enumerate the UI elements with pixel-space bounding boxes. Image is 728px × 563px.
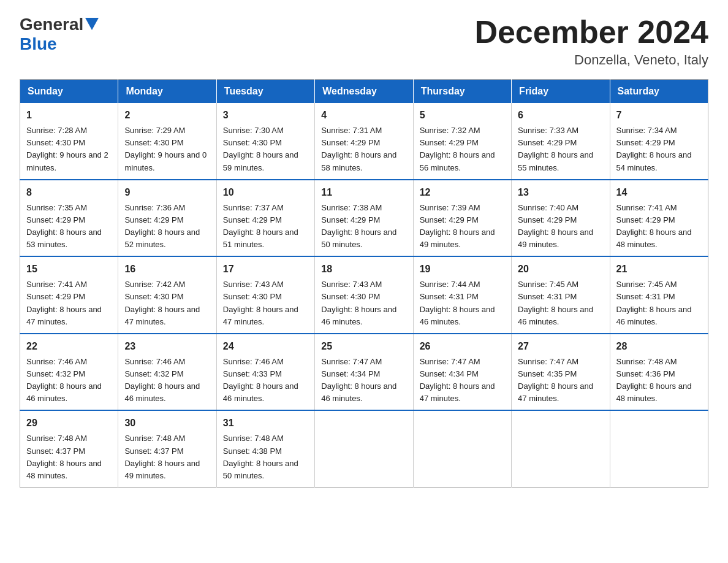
day-number: 16: [124, 262, 210, 277]
day-info: Sunrise: 7:37 AMSunset: 4:29 PMDaylight:…: [223, 203, 298, 249]
page-header: General Blue December 2024 Donzella, Ven…: [20, 15, 708, 68]
day-number: 4: [321, 108, 406, 123]
day-number: 6: [518, 108, 603, 123]
day-number: 7: [616, 108, 702, 123]
day-info: Sunrise: 7:44 AMSunset: 4:31 PMDaylight:…: [420, 280, 495, 326]
week-row-4: 22 Sunrise: 7:46 AMSunset: 4:32 PMDaylig…: [20, 334, 708, 411]
day-cell-1: 1 Sunrise: 7:28 AMSunset: 4:30 PMDayligh…: [20, 103, 118, 180]
logo-triangle-icon: [85, 18, 99, 30]
day-info: Sunrise: 7:46 AMSunset: 4:32 PMDaylight:…: [26, 357, 102, 403]
day-cell-17: 17 Sunrise: 7:43 AMSunset: 4:30 PMDaylig…: [216, 256, 314, 334]
day-info: Sunrise: 7:41 AMSunset: 4:29 PMDaylight:…: [26, 280, 102, 326]
day-cell-12: 12 Sunrise: 7:39 AMSunset: 4:29 PMDaylig…: [413, 180, 511, 257]
day-cell-10: 10 Sunrise: 7:37 AMSunset: 4:29 PMDaylig…: [216, 180, 314, 257]
svg-marker-0: [85, 18, 99, 30]
day-info: Sunrise: 7:35 AMSunset: 4:29 PMDaylight:…: [26, 203, 102, 249]
day-number: 24: [223, 339, 308, 354]
empty-cell: [315, 410, 413, 487]
day-info: Sunrise: 7:41 AMSunset: 4:29 PMDaylight:…: [616, 203, 692, 249]
day-info: Sunrise: 7:42 AMSunset: 4:30 PMDaylight:…: [124, 280, 200, 326]
week-row-1: 1 Sunrise: 7:28 AMSunset: 4:30 PMDayligh…: [20, 103, 708, 180]
day-cell-29: 29 Sunrise: 7:48 AMSunset: 4:37 PMDaylig…: [20, 410, 118, 487]
day-info: Sunrise: 7:48 AMSunset: 4:38 PMDaylight:…: [223, 434, 298, 480]
day-number: 23: [124, 339, 210, 354]
day-cell-25: 25 Sunrise: 7:47 AMSunset: 4:34 PMDaylig…: [315, 334, 413, 411]
day-cell-14: 14 Sunrise: 7:41 AMSunset: 4:29 PMDaylig…: [610, 180, 708, 257]
day-number: 25: [321, 339, 406, 354]
day-info: Sunrise: 7:29 AMSunset: 4:30 PMDaylight:…: [124, 126, 207, 172]
day-number: 11: [321, 185, 406, 200]
week-row-5: 29 Sunrise: 7:48 AMSunset: 4:37 PMDaylig…: [20, 410, 708, 487]
weekday-header-saturday: Saturday: [610, 80, 708, 104]
calendar-table: SundayMondayTuesdayWednesdayThursdayFrid…: [20, 79, 708, 488]
day-cell-3: 3 Sunrise: 7:30 AMSunset: 4:30 PMDayligh…: [216, 103, 314, 180]
empty-cell: [512, 410, 610, 487]
day-number: 15: [26, 262, 112, 277]
weekday-header-monday: Monday: [118, 80, 216, 104]
day-info: Sunrise: 7:43 AMSunset: 4:30 PMDaylight:…: [321, 280, 396, 326]
weekday-header-thursday: Thursday: [413, 80, 511, 104]
day-info: Sunrise: 7:40 AMSunset: 4:29 PMDaylight:…: [518, 203, 593, 249]
day-cell-4: 4 Sunrise: 7:31 AMSunset: 4:29 PMDayligh…: [315, 103, 413, 180]
day-number: 9: [124, 185, 210, 200]
day-cell-19: 19 Sunrise: 7:44 AMSunset: 4:31 PMDaylig…: [413, 256, 511, 334]
day-cell-7: 7 Sunrise: 7:34 AMSunset: 4:29 PMDayligh…: [610, 103, 708, 180]
logo-blue-text: Blue: [20, 34, 99, 54]
day-info: Sunrise: 7:34 AMSunset: 4:29 PMDaylight:…: [616, 126, 692, 172]
day-cell-5: 5 Sunrise: 7:32 AMSunset: 4:29 PMDayligh…: [413, 103, 511, 180]
day-number: 19: [420, 262, 505, 277]
location-title: Donzella, Veneto, Italy: [474, 52, 708, 68]
day-info: Sunrise: 7:45 AMSunset: 4:31 PMDaylight:…: [616, 280, 692, 326]
day-info: Sunrise: 7:48 AMSunset: 4:37 PMDaylight:…: [124, 434, 200, 480]
day-number: 18: [321, 262, 406, 277]
day-number: 30: [124, 416, 210, 431]
day-number: 2: [124, 108, 210, 123]
day-info: Sunrise: 7:47 AMSunset: 4:35 PMDaylight:…: [518, 357, 593, 403]
day-info: Sunrise: 7:45 AMSunset: 4:31 PMDaylight:…: [518, 280, 593, 326]
day-cell-23: 23 Sunrise: 7:46 AMSunset: 4:32 PMDaylig…: [118, 334, 216, 411]
day-number: 10: [223, 185, 308, 200]
day-cell-20: 20 Sunrise: 7:45 AMSunset: 4:31 PMDaylig…: [512, 256, 610, 334]
empty-cell: [610, 410, 708, 487]
day-cell-18: 18 Sunrise: 7:43 AMSunset: 4:30 PMDaylig…: [315, 256, 413, 334]
day-number: 12: [420, 185, 505, 200]
day-number: 28: [616, 339, 702, 354]
day-info: Sunrise: 7:46 AMSunset: 4:33 PMDaylight:…: [223, 357, 298, 403]
day-info: Sunrise: 7:30 AMSunset: 4:30 PMDaylight:…: [223, 126, 298, 172]
day-info: Sunrise: 7:36 AMSunset: 4:29 PMDaylight:…: [124, 203, 200, 249]
month-title: December 2024: [474, 15, 708, 50]
day-cell-28: 28 Sunrise: 7:48 AMSunset: 4:36 PMDaylig…: [610, 334, 708, 411]
day-number: 29: [26, 416, 112, 431]
day-cell-27: 27 Sunrise: 7:47 AMSunset: 4:35 PMDaylig…: [512, 334, 610, 411]
day-number: 20: [518, 262, 603, 277]
weekday-header-wednesday: Wednesday: [315, 80, 413, 104]
day-info: Sunrise: 7:48 AMSunset: 4:37 PMDaylight:…: [26, 434, 102, 480]
day-number: 3: [223, 108, 308, 123]
day-number: 21: [616, 262, 702, 277]
day-info: Sunrise: 7:47 AMSunset: 4:34 PMDaylight:…: [420, 357, 495, 403]
day-number: 13: [518, 185, 603, 200]
day-cell-16: 16 Sunrise: 7:42 AMSunset: 4:30 PMDaylig…: [118, 256, 216, 334]
empty-cell: [413, 410, 511, 487]
day-number: 8: [26, 185, 112, 200]
day-cell-24: 24 Sunrise: 7:46 AMSunset: 4:33 PMDaylig…: [216, 334, 314, 411]
day-cell-21: 21 Sunrise: 7:45 AMSunset: 4:31 PMDaylig…: [610, 256, 708, 334]
day-cell-9: 9 Sunrise: 7:36 AMSunset: 4:29 PMDayligh…: [118, 180, 216, 257]
day-number: 22: [26, 339, 112, 354]
day-info: Sunrise: 7:46 AMSunset: 4:32 PMDaylight:…: [124, 357, 200, 403]
day-cell-22: 22 Sunrise: 7:46 AMSunset: 4:32 PMDaylig…: [20, 334, 118, 411]
day-number: 1: [26, 108, 112, 123]
day-info: Sunrise: 7:48 AMSunset: 4:36 PMDaylight:…: [616, 357, 692, 403]
logo-area: General Blue: [20, 15, 99, 54]
day-info: Sunrise: 7:32 AMSunset: 4:29 PMDaylight:…: [420, 126, 495, 172]
day-number: 26: [420, 339, 505, 354]
day-info: Sunrise: 7:47 AMSunset: 4:34 PMDaylight:…: [321, 357, 396, 403]
day-info: Sunrise: 7:28 AMSunset: 4:30 PMDaylight:…: [26, 126, 108, 172]
week-row-3: 15 Sunrise: 7:41 AMSunset: 4:29 PMDaylig…: [20, 256, 708, 334]
day-number: 17: [223, 262, 308, 277]
day-number: 14: [616, 185, 702, 200]
day-cell-8: 8 Sunrise: 7:35 AMSunset: 4:29 PMDayligh…: [20, 180, 118, 257]
day-cell-13: 13 Sunrise: 7:40 AMSunset: 4:29 PMDaylig…: [512, 180, 610, 257]
day-cell-2: 2 Sunrise: 7:29 AMSunset: 4:30 PMDayligh…: [118, 103, 216, 180]
week-row-2: 8 Sunrise: 7:35 AMSunset: 4:29 PMDayligh…: [20, 180, 708, 257]
